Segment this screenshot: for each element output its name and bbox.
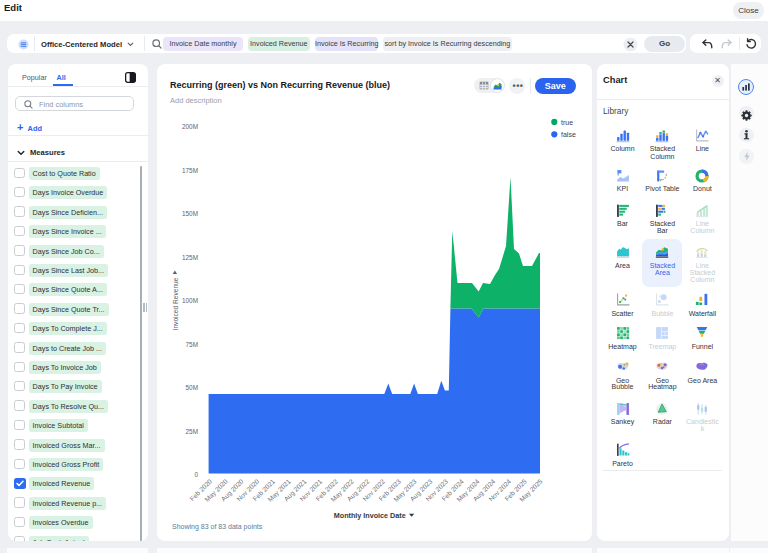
svg-text:125M: 125M [182, 254, 198, 261]
svg-text:200M: 200M [182, 123, 198, 130]
svg-text:75M: 75M [186, 341, 198, 348]
svg-text:Monthly Invoice Date: Monthly Invoice Date [334, 511, 406, 520]
svg-text:25M: 25M [186, 428, 198, 435]
svg-text:100M: 100M [182, 297, 198, 304]
svg-text:Invoiced Revenue: Invoiced Revenue [172, 277, 179, 330]
svg-text:0: 0 [194, 471, 198, 478]
svg-text:50M: 50M [186, 384, 198, 391]
svg-text:175M: 175M [182, 167, 198, 174]
svg-text:150M: 150M [182, 210, 198, 217]
svg-text:false: false [561, 131, 576, 138]
svg-text:true: true [561, 119, 573, 126]
